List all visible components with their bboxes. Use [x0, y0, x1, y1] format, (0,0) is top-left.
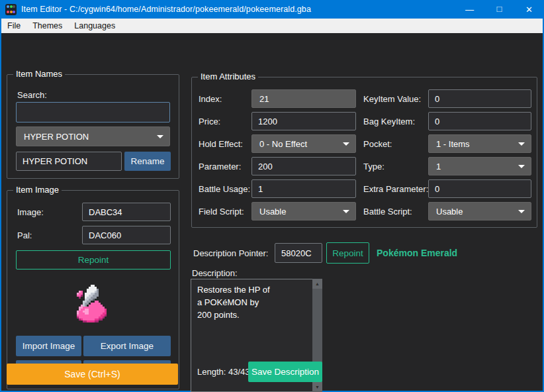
pocket-dropdown[interactable]: 1 - Items: [428, 134, 531, 153]
scroll-up-icon[interactable]: ▲: [312, 279, 322, 289]
type-label: Type:: [363, 162, 385, 172]
type-value: 1: [436, 162, 441, 172]
item-image-group-title: Item Image: [13, 185, 62, 195]
description-pointer-input[interactable]: 58020C: [275, 243, 322, 263]
type-dropdown[interactable]: 1: [428, 157, 531, 175]
export-image-button[interactable]: Export Image: [83, 336, 171, 356]
search-input[interactable]: [16, 102, 170, 122]
field-script-dropdown[interactable]: Usable: [251, 202, 356, 220]
price-label: Price:: [199, 117, 220, 126]
item-names-group-title: Item Names: [13, 69, 65, 79]
battle-script-dropdown[interactable]: Usable: [428, 202, 531, 220]
menu-file[interactable]: File: [1, 19, 26, 33]
menu-languages[interactable]: Languages: [68, 19, 121, 33]
keyitem-value-label: KeyItem Value:: [363, 94, 421, 104]
keyitem-value-input[interactable]: 0: [428, 89, 531, 108]
chevron-down-icon: [343, 142, 349, 146]
save-description-button[interactable]: Save Description: [248, 362, 322, 382]
parameter-input[interactable]: 200: [251, 157, 356, 175]
price-input[interactable]: 1200: [251, 112, 356, 130]
scroll-down-icon[interactable]: ▼: [312, 382, 322, 392]
hold-effect-value: 0 - No Effect: [259, 139, 307, 149]
chevron-down-icon: [518, 165, 525, 168]
image-repoint-button[interactable]: Repoint: [16, 250, 171, 270]
maximize-button[interactable]: ☐: [484, 0, 514, 19]
description-label: Description:: [192, 268, 238, 278]
field-script-label: Field Script:: [199, 207, 244, 217]
extra-parameter-input[interactable]: 0: [428, 179, 531, 198]
battle-script-label: Battle Script:: [363, 207, 412, 217]
item-name-input[interactable]: HYPER POTION: [16, 152, 122, 171]
chevron-down-icon: [518, 142, 525, 146]
battle-usage-label: Battle Usage:: [199, 184, 250, 194]
close-button[interactable]: ✕: [514, 0, 544, 19]
description-pointer-label: Description Pointer:: [193, 248, 268, 258]
chevron-down-icon: [157, 135, 163, 138]
app-icon: [5, 4, 17, 15]
window-title: Item Editor - C:/cygwin64/home/Administr…: [21, 5, 311, 14]
index-field: 21: [251, 89, 356, 108]
item-select-value: HYPER POTION: [24, 132, 89, 142]
rename-button[interactable]: Rename: [124, 152, 171, 171]
index-label: Index:: [199, 94, 222, 104]
parameter-label: Parameter:: [199, 162, 241, 172]
item-attributes-group-title: Item Attributes: [198, 72, 258, 81]
save-button[interactable]: Save (Ctrl+S): [7, 364, 178, 385]
hold-effect-dropdown[interactable]: 0 - No Effect: [251, 134, 356, 153]
field-script-value: Usable: [259, 207, 286, 217]
pocket-value: 1 - Items: [436, 139, 470, 149]
hold-effect-label: Hold Effect:: [199, 139, 243, 149]
item-sprite-image: [75, 285, 111, 322]
chevron-down-icon: [518, 210, 525, 213]
content-area: Item Names Search: HYPER POTION HYPER PO…: [1, 33, 543, 391]
import-image-button[interactable]: Import Image: [16, 336, 81, 356]
bag-keyitem-label: Bag KeyItem:: [363, 117, 415, 126]
length-label: Length: 43/43: [197, 367, 250, 377]
battle-script-value: Usable: [436, 207, 463, 217]
app-window: Item Editor - C:/cygwin64/home/Administr…: [0, 0, 544, 392]
image-label: Image:: [17, 207, 44, 217]
item-select-dropdown[interactable]: HYPER POTION: [16, 126, 170, 146]
description-repoint-button[interactable]: Repoint: [326, 242, 369, 264]
minimize-button[interactable]: —: [455, 0, 484, 19]
battle-usage-input[interactable]: 1: [251, 179, 356, 198]
pocket-label: Pocket:: [363, 139, 392, 149]
image-offset-input[interactable]: DABC34: [82, 203, 171, 221]
extra-parameter-label: Extra Parameter:: [363, 184, 428, 194]
rom-name-label: Pokémon Emerald: [377, 248, 457, 258]
bag-keyitem-input[interactable]: 0: [428, 112, 531, 130]
search-label: Search:: [17, 90, 47, 100]
title-bar: Item Editor - C:/cygwin64/home/Administr…: [0, 0, 544, 19]
pal-offset-input[interactable]: DAC060: [82, 226, 171, 244]
menu-themes[interactable]: Themes: [26, 19, 68, 33]
menu-bar: File Themes Languages: [1, 19, 543, 33]
pal-label: Pal:: [17, 230, 32, 240]
chevron-down-icon: [343, 210, 349, 213]
